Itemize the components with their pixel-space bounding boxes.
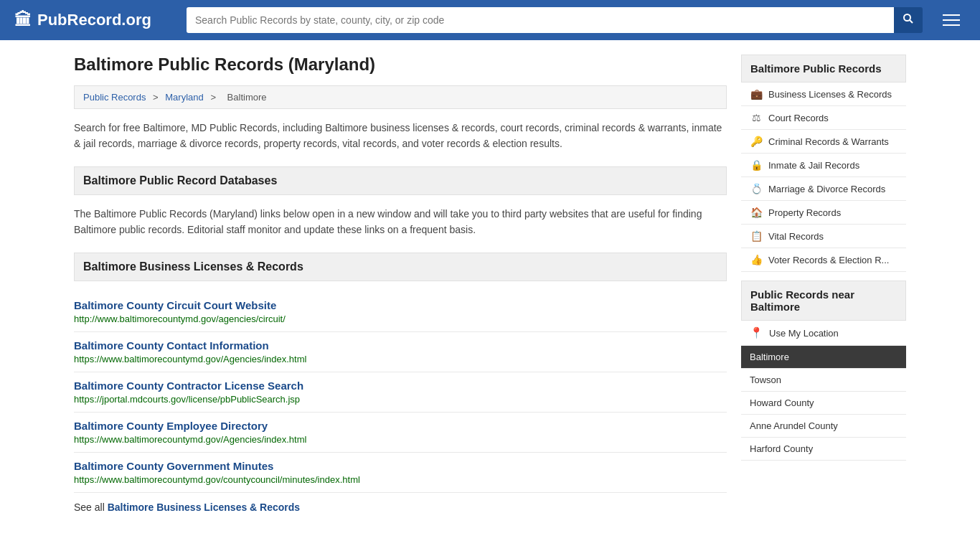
records-list: Baltimore County Circuit Court Website h… [74,292,727,493]
logo-text: PubRecord.org [37,11,151,29]
sidebar-record-item[interactable]: 📋 Vital Records [741,225,906,248]
sidebar-record-icon: ⚖ [750,112,763,123]
main-container: Baltimore Public Records (Maryland) Publ… [60,40,920,527]
location-icon: 📍 [750,326,763,339]
svg-line-1 [910,20,913,23]
content-area: Baltimore Public Records (Maryland) Publ… [74,55,727,513]
intro-text: Search for free Baltimore, MD Public Rec… [74,120,727,152]
record-item: Baltimore County Contact Information htt… [74,332,727,372]
header: 🏛 PubRecord.org [0,0,980,40]
sidebar-record-item[interactable]: 💼 Business Licenses & Records [741,83,906,106]
sidebar-record-label: Vital Records [768,231,824,242]
sidebar-record-item[interactable]: 👍 Voter Records & Election R... [741,248,906,272]
record-title-link[interactable]: Baltimore County Circuit Court Website [74,299,276,311]
sidebar-record-label: Court Records [768,113,829,123]
sidebar-nearby-item[interactable]: Baltimore [741,346,906,369]
sidebar-nearby-item[interactable]: Towson [741,369,906,392]
search-icon [903,13,914,27]
sidebar-record-label: Criminal Records & Warrants [768,136,889,147]
breadcrumb-current: Baltimore [227,92,267,103]
record-title-link[interactable]: Baltimore County Employee Directory [74,420,268,432]
db-section-header: Baltimore Public Record Databases [74,166,727,195]
record-url-link[interactable]: https://www.baltimorecountymd.gov/Agenci… [74,434,727,445]
svg-point-0 [904,14,910,21]
breadcrumb-sep-2: > [210,92,216,103]
record-item: Baltimore County Employee Directory http… [74,413,727,453]
page-title: Baltimore Public Records (Maryland) [74,55,727,75]
record-url-link[interactable]: https://www.baltimorecountymd.gov/Agenci… [74,354,727,364]
biz-section-header: Baltimore Business Licenses & Records [74,253,727,281]
sidebar-record-label: Business Licenses & Records [768,89,892,100]
record-title-link[interactable]: Baltimore County Contact Information [74,339,269,352]
search-input[interactable] [187,7,894,33]
sidebar-record-icon: 🔑 [750,136,763,147]
sidebar-record-icon: 🏠 [750,207,763,218]
see-all-link[interactable]: Baltimore Business Licenses & Records [108,501,300,513]
sidebar-nearby-item[interactable]: Howard County [741,392,906,415]
search-area [187,7,923,33]
sidebar-record-item[interactable]: 🏠 Property Records [741,201,906,225]
sidebar-nearby-list: BaltimoreTowsonHoward CountyAnne Arundel… [741,346,906,461]
logo[interactable]: 🏛 PubRecord.org [14,10,172,30]
sidebar-record-item[interactable]: 🔑 Criminal Records & Warrants [741,130,906,154]
sidebar: Baltimore Public Records 💼 Business Lice… [741,55,906,513]
sidebar-record-icon: 📋 [750,230,763,242]
nearby-label: Baltimore [750,352,789,362]
search-button[interactable] [894,7,923,33]
sidebar-record-label: Voter Records & Election R... [768,255,889,265]
record-item: Baltimore County Circuit Court Website h… [74,292,727,332]
menu-bar-2 [943,19,960,21]
breadcrumb: Public Records > Maryland > Baltimore [74,85,727,109]
logo-icon: 🏛 [14,10,32,30]
sidebar-nearby-item[interactable]: Anne Arundel County [741,415,906,438]
use-my-location[interactable]: 📍 Use My Location [741,321,906,346]
record-url-link[interactable]: https://jportal.mdcourts.gov/license/pbP… [74,394,727,405]
sidebar-record-icon: 👍 [750,254,763,265]
breadcrumb-sep-1: > [153,92,159,103]
sidebar-record-label: Inmate & Jail Records [768,160,859,171]
sidebar-record-icon: 💼 [750,88,763,100]
sidebar-nearby-title: Public Records near Baltimore [741,281,906,321]
record-title-link[interactable]: Baltimore County Contractor License Sear… [74,380,303,392]
record-title-link[interactable]: Baltimore County Government Minutes [74,460,273,472]
sidebar-records-list: 💼 Business Licenses & Records ⚖ Court Re… [741,83,906,272]
nearby-label: Anne Arundel County [750,420,838,431]
record-item: Baltimore County Government Minutes http… [74,453,727,493]
menu-bar-1 [943,14,960,16]
sidebar-record-icon: 💍 [750,183,763,194]
nearby-label: Towson [750,375,781,385]
sidebar-record-label: Marriage & Divorce Records [768,184,885,194]
sidebar-record-item[interactable]: 🔒 Inmate & Jail Records [741,154,906,177]
sidebar-records-title: Baltimore Public Records [741,55,906,83]
see-all: See all Baltimore Business Licenses & Re… [74,501,727,513]
breadcrumb-link-public-records[interactable]: Public Records [83,92,146,103]
menu-bar-3 [943,24,960,26]
sidebar-nearby-item[interactable]: Harford County [741,438,906,461]
sidebar-record-label: Property Records [768,207,841,218]
nearby-label: Harford County [750,443,813,454]
sidebar-record-item[interactable]: ⚖ Court Records [741,106,906,130]
sidebar-record-icon: 🔒 [750,159,763,171]
breadcrumb-link-maryland[interactable]: Maryland [165,92,203,103]
sidebar-record-item[interactable]: 💍 Marriage & Divorce Records [741,177,906,201]
menu-button[interactable] [937,7,966,33]
record-item: Baltimore County Contractor License Sear… [74,372,727,413]
record-url-link[interactable]: http://www.baltimorecountymd.gov/agencie… [74,314,727,324]
record-url-link[interactable]: https://www.baltimorecountymd.gov/county… [74,474,727,485]
nearby-label: Howard County [750,397,814,408]
use-my-location-label: Use My Location [769,328,839,339]
db-description: The Baltimore Public Records (Maryland) … [74,206,727,238]
